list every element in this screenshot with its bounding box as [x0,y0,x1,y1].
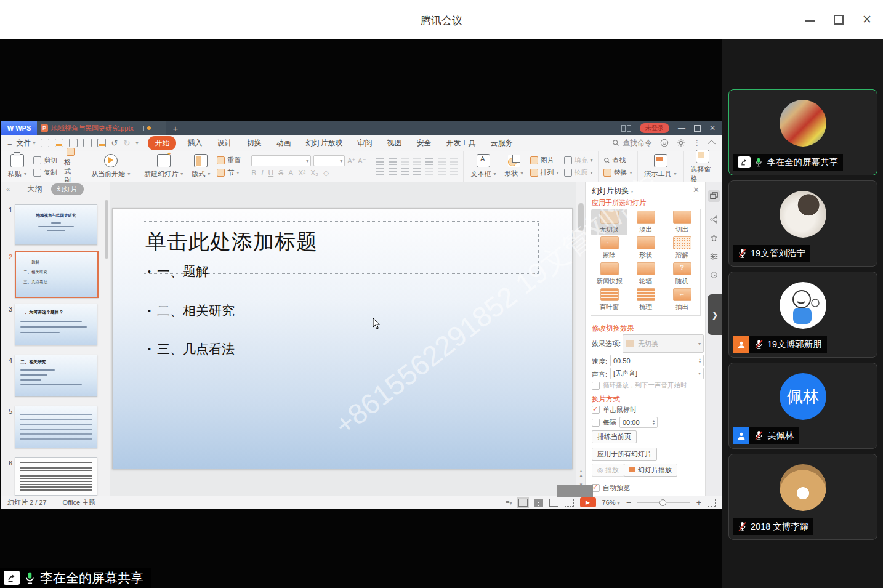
play-from-current-button[interactable]: 从当前开始▾ [89,154,132,179]
command-search[interactable]: 查找命令 [612,138,652,148]
strikethrough-button[interactable]: S [278,169,283,177]
ribbon-tab-transition[interactable]: 切换 [239,136,268,150]
quickbar-more-icon[interactable]: ▾ [135,140,138,146]
hamburger-icon[interactable]: ≡ [7,139,12,148]
transition-option-more-2[interactable] [627,313,664,316]
ribbon-tab-design[interactable]: 设计 [209,136,239,150]
selection-pane-button[interactable]: 选择窗格 [689,150,717,183]
wps-close-icon[interactable]: ✕ [709,124,716,132]
ribbon-tab-slideshow[interactable]: 幻灯片放映 [298,136,350,150]
apply-to-all-button[interactable]: 应用于所有幻灯片 [592,448,657,461]
ribbon-tab-developer[interactable]: 开发工具 [438,136,483,150]
transition-option-cut[interactable]: 切出 [664,209,700,235]
transition-option-pull[interactable]: 抽出 [664,287,700,313]
current-slide[interactable]: 单击此处添加标题 一、题解 二、相关研究 三、几点看法 [112,208,573,469]
undo-icon[interactable]: ↺ [111,139,118,148]
align-right-button[interactable] [401,168,409,175]
find-button[interactable]: 查找 [603,156,632,165]
picture-button[interactable]: 图片 [530,156,559,165]
speed-spinner[interactable]: ▴▾ [699,358,701,364]
transition-option-more-3[interactable] [664,313,700,316]
slide-thumbnail-2-selected[interactable]: 一、题解 二、相关研究 三、几点看法 [15,251,99,298]
slide-sorter-view-button[interactable] [534,499,543,507]
ribbon-tab-review[interactable]: 审阅 [350,136,379,150]
font-size-combo[interactable]: ▾ [313,155,345,166]
font-color-button[interactable]: A [288,169,293,177]
document-tab[interactable]: P 地域视角与民国史研究.pptx [37,121,166,135]
zoom-slider[interactable] [637,502,690,503]
ribbon-tab-home[interactable]: 开始 [148,136,176,150]
reading-view-button[interactable] [549,499,558,507]
print-preview-icon[interactable] [97,139,106,147]
login-status-badge[interactable]: 未登录 [640,123,669,133]
wps-restore-icon[interactable] [694,125,701,132]
canvas-scrollbar[interactable]: ▴▴ ▾▾ [576,182,586,496]
play-button[interactable]: ◎ 播放 [592,464,624,477]
interval-spinner[interactable]: ▴▾ [653,419,655,425]
paste-button[interactable]: 粘贴▾ [6,154,28,179]
pane-title-caret-icon[interactable]: ▾ [631,189,633,195]
decrease-font-icon[interactable]: A⁻ [358,157,366,165]
theme-name[interactable]: Office 主题 [63,498,96,507]
format-painter-button[interactable]: 格式刷 [62,148,79,185]
speed-input[interactable]: 00.50 ▴▾ [610,355,704,366]
transition-option-random[interactable]: 随机 [664,261,700,287]
collapse-ribbon-icon[interactable] [708,140,716,148]
subscript-button[interactable]: X₂ [310,169,318,177]
increase-font-icon[interactable]: A⁺ [347,157,355,165]
auto-preview-checkbox[interactable]: 自动预览 [592,483,630,493]
layout-button[interactable]: 版式▾ [190,154,212,179]
normal-view-button[interactable] [518,499,528,507]
feedback-smiley-icon[interactable] [660,139,669,147]
align-center-button[interactable] [389,168,397,175]
text-direction-button[interactable] [425,158,433,165]
export-pdf-icon[interactable] [69,139,78,147]
bold-button[interactable]: B [251,169,256,177]
wps-logo-tab[interactable]: WWPS [1,121,37,135]
transition-option-wheel[interactable]: 轮辐 [627,261,664,287]
slide-thumbnail-3[interactable]: 一、为何讲这个题目？ [15,304,97,345]
minimize-icon[interactable] [805,15,815,22]
underline-button[interactable]: U [268,169,274,177]
previous-slide-button[interactable]: ▴▴ [576,469,586,477]
transition-option-dissolve[interactable]: 溶解 [664,235,700,261]
close-icon[interactable]: ✕ [862,15,872,25]
cut-button[interactable]: 剪切 [33,156,57,165]
slide-thumbnail-5[interactable] [15,406,97,448]
share-nodes-icon[interactable] [708,214,720,225]
properties-sliders-icon[interactable] [708,251,720,262]
increase-indent-button[interactable] [413,158,421,165]
ribbon-tab-view[interactable]: 视图 [379,136,409,150]
zoom-slider-knob[interactable] [659,499,666,506]
canvas-scrollbar-thumb[interactable] [578,203,584,231]
transition-option-blinds[interactable]: 百叶窗 [591,287,627,313]
ribbon-tab-animation[interactable]: 动画 [268,136,298,150]
reset-button[interactable]: 重置 [217,156,241,165]
new-tab-button[interactable]: + [166,121,185,135]
slide-thumbnail-4[interactable]: 二、相关研究 [15,355,97,397]
outline-button[interactable]: 轮廓▾ [564,168,593,177]
print-icon[interactable] [83,139,92,147]
more-menu-icon[interactable]: ⋮ [693,139,701,147]
zoom-in-button[interactable]: + [696,497,701,507]
transition-option-comb[interactable]: 梳理 [627,287,664,313]
replace-button[interactable]: 替换▾ [603,168,632,177]
record-icon[interactable] [565,499,574,507]
decrease-indent-button[interactable] [401,158,409,165]
zoom-out-button[interactable]: − [626,497,631,507]
advance-after-checkbox[interactable]: 每隔 00:00 ▴▾ [592,417,658,428]
tab-slides[interactable]: 幻灯片 [51,183,84,195]
thumbnail-scrollbar[interactable] [105,200,108,259]
transition-option-fade[interactable]: 淡出 [627,209,664,235]
transition-option-none[interactable]: 无切换 [591,209,627,235]
textbox-button[interactable]: 文本框▾ [469,154,498,179]
file-menu[interactable]: 文件 [17,138,31,148]
arrange-button[interactable]: 排列▾ [530,168,559,177]
numbering-button[interactable] [389,158,397,165]
line-spacing-button[interactable] [438,168,446,175]
transition-pane-tab[interactable] [708,190,720,202]
slide-thumbnail-6[interactable] [15,457,97,496]
dock-layout-icon[interactable] [621,125,631,132]
maximize-icon[interactable] [834,15,844,25]
interval-input[interactable]: 00:00 ▴▾ [619,417,658,428]
